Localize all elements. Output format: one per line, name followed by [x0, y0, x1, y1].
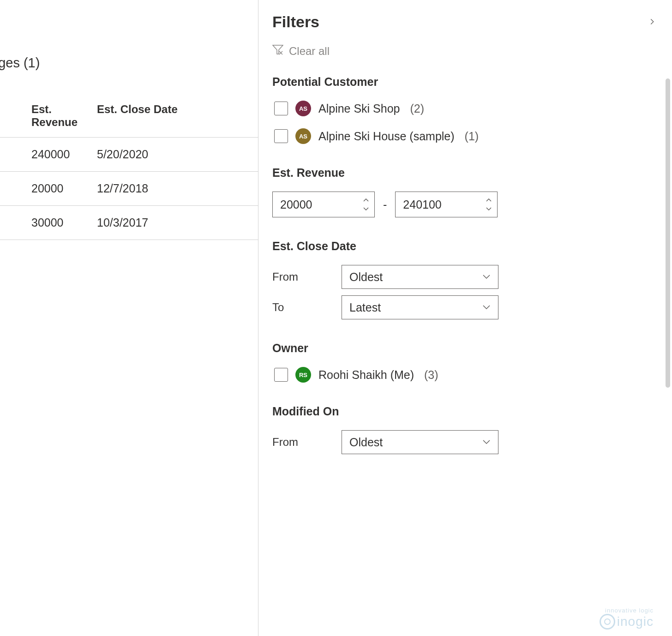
cell-close-date: 5/20/2020: [97, 148, 203, 161]
watermark-logo-icon: [600, 614, 615, 630]
section-label: Est. Close Date: [272, 240, 658, 253]
watermark: innovative logic inogic: [600, 607, 654, 630]
filter-option-row[interactable]: RS Roohi Shaikh (Me) (3): [272, 367, 658, 383]
filter-section-est-close-date: Est. Close Date From Oldest To Latest: [272, 240, 658, 319]
option-name: Alpine Ski House (sample): [318, 130, 455, 143]
from-label: From: [272, 270, 342, 283]
cell-revenue: 30000: [0, 216, 97, 229]
option-name: Alpine Ski Shop: [318, 102, 400, 115]
filter-clear-icon: [272, 45, 283, 58]
section-label: Est. Revenue: [272, 166, 658, 180]
table-row[interactable]: 20000 12/7/2018: [0, 172, 258, 206]
spinner-down-icon[interactable]: [361, 204, 371, 213]
spinner-up-icon[interactable]: [361, 196, 371, 204]
section-label: Owner: [272, 342, 658, 355]
clear-all-button[interactable]: Clear all: [272, 45, 658, 58]
filter-section-est-revenue: Est. Revenue -: [272, 166, 658, 217]
cell-revenue: 240000: [0, 148, 97, 161]
option-count: (2): [410, 102, 425, 115]
close-date-to-dropdown[interactable]: Latest: [342, 295, 498, 319]
to-label: To: [272, 301, 342, 314]
column-header-close-date[interactable]: Est. Close Date: [97, 103, 203, 129]
option-count: (3): [424, 368, 438, 382]
pages-count-label: ages (1): [0, 55, 258, 71]
option-count: (1): [465, 130, 479, 143]
avatar: AS: [295, 101, 311, 116]
table-row[interactable]: 240000 5/20/2020: [0, 138, 258, 172]
avatar: AS: [295, 128, 311, 144]
checkbox[interactable]: [274, 129, 288, 143]
dropdown-value: Oldest: [349, 436, 383, 449]
data-grid-pane: ages (1) Est. Revenue Est. Close Date 24…: [0, 0, 258, 636]
filter-option-row[interactable]: AS Alpine Ski Shop (2): [272, 101, 658, 116]
range-separator: -: [383, 198, 387, 211]
watermark-tagline: innovative logic: [600, 607, 654, 614]
checkbox[interactable]: [274, 368, 288, 382]
chevron-down-icon: [482, 273, 491, 281]
dropdown-value: Oldest: [349, 270, 383, 284]
filter-section-modified-on: Modified On From Oldest: [272, 405, 658, 454]
spinner-up-icon[interactable]: [484, 196, 493, 204]
spinner-down-icon[interactable]: [484, 204, 493, 213]
option-name: Roohi Shaikh (Me): [318, 368, 414, 382]
clear-all-label: Clear all: [289, 45, 330, 58]
section-label: Potential Customer: [272, 75, 658, 89]
scrollbar[interactable]: [666, 78, 670, 388]
filter-section-owner: Owner RS Roohi Shaikh (Me) (3): [272, 342, 658, 383]
revenue-max-input[interactable]: [403, 198, 480, 211]
cell-close-date: 10/3/2017: [97, 216, 203, 229]
watermark-brand-text: inogic: [617, 614, 654, 629]
avatar: RS: [295, 367, 311, 383]
chevron-right-icon[interactable]: [647, 17, 658, 28]
chevron-down-icon: [482, 303, 491, 312]
modified-on-from-dropdown[interactable]: Oldest: [342, 430, 498, 454]
filters-pane: Filters Clear all Potential Customer AS …: [258, 0, 672, 636]
table-row[interactable]: 30000 10/3/2017: [0, 206, 258, 240]
filter-option-row[interactable]: AS Alpine Ski House (sample) (1): [272, 128, 658, 144]
dropdown-value: Latest: [349, 301, 381, 314]
chevron-down-icon: [482, 438, 491, 446]
revenue-min-input[interactable]: [280, 198, 358, 211]
section-label: Modified On: [272, 405, 658, 418]
column-header-revenue[interactable]: Est. Revenue: [0, 103, 97, 129]
cell-revenue: 20000: [0, 182, 97, 195]
from-label: From: [272, 436, 342, 449]
table-header: Est. Revenue Est. Close Date: [0, 103, 258, 138]
checkbox[interactable]: [274, 102, 288, 115]
revenue-max-wrapper[interactable]: [395, 192, 498, 217]
revenue-min-wrapper[interactable]: [272, 192, 375, 217]
close-date-from-dropdown[interactable]: Oldest: [342, 265, 498, 289]
filter-section-potential-customer: Potential Customer AS Alpine Ski Shop (2…: [272, 75, 658, 144]
cell-close-date: 12/7/2018: [97, 182, 203, 195]
filters-title: Filters: [272, 13, 319, 31]
